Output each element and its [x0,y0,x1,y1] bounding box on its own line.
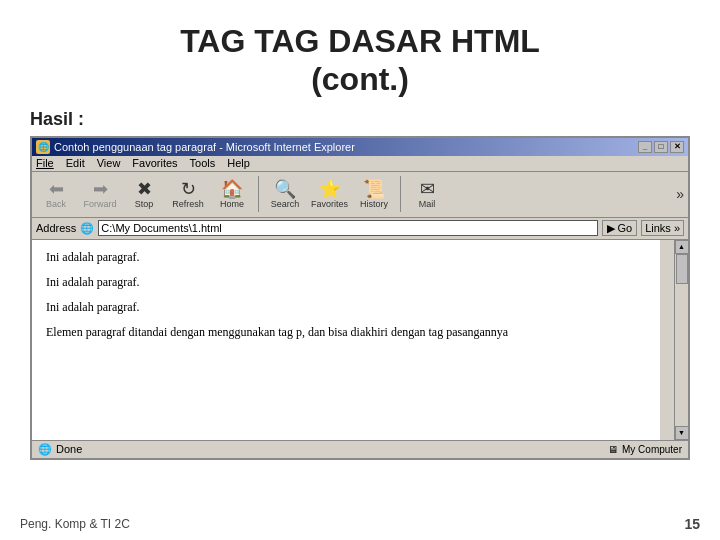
home-label: Home [220,199,244,209]
menu-view[interactable]: View [97,157,121,169]
search-icon: 🔍 [274,180,296,198]
status-computer-text: My Computer [622,444,682,455]
refresh-button[interactable]: ↻ Refresh [168,173,208,215]
footer-right: 15 [684,516,700,532]
slide-title-area: TAG TAG DASAR HTML (cont.) [0,0,720,109]
scroll-down-button[interactable]: ▼ [675,426,689,440]
title-line2: (cont.) [311,61,409,97]
back-label: Back [46,199,66,209]
menu-help[interactable]: Help [227,157,250,169]
scroll-up-button[interactable]: ▲ [675,240,689,254]
titlebar-left: 🌐 Contoh penggunaan tag paragraf - Micro… [36,140,355,154]
toolbar-separator-2 [400,176,401,212]
paragraph-4: Elemen paragraf ditandai dengan mengguna… [46,325,646,340]
status-right: 🖥 My Computer [608,444,682,455]
menu-favorites[interactable]: Favorites [132,157,177,169]
links-button[interactable]: Links » [641,220,684,236]
title-line1: TAG TAG DASAR HTML [180,23,540,59]
browser-statusbar: 🌐 Done 🖥 My Computer [32,440,688,458]
status-left: 🌐 Done [38,443,82,456]
forward-icon: ➡ [93,180,108,198]
hasil-label: Hasil : [30,109,720,130]
slide-footer: Peng. Komp & TI 2C 15 [20,516,700,532]
content-area: Ini adalah paragraf. Ini adalah paragraf… [32,240,688,440]
slide-title: TAG TAG DASAR HTML (cont.) [0,22,720,99]
close-button[interactable]: ✕ [670,141,684,153]
browser-title: Contoh penggunaan tag paragraf - Microso… [54,141,355,153]
browser-icon: 🌐 [36,140,50,154]
go-button[interactable]: ▶ Go [602,220,637,236]
favorites-icon: ⭐ [319,180,341,198]
favorites-label: Favorites [311,199,348,209]
address-input[interactable] [98,220,598,236]
scrollbar: ▲ ▼ [674,240,688,440]
browser-toolbar: ⬅ Back ➡ Forward ✖ Stop ↻ Refresh 🏠 Home… [32,172,688,218]
address-label: Address [36,222,76,234]
back-button[interactable]: ⬅ Back [36,173,76,215]
go-label: Go [617,222,632,234]
toolbar-separator [258,176,259,212]
history-icon: 📜 [363,180,385,198]
favorites-button[interactable]: ⭐ Favorites [309,173,350,215]
stop-label: Stop [135,199,154,209]
paragraph-1: Ini adalah paragraf. [46,250,646,265]
forward-button[interactable]: ➡ Forward [80,173,120,215]
maximize-button[interactable]: □ [654,141,668,153]
slide-page: TAG TAG DASAR HTML (cont.) Hasil : 🌐 Con… [0,0,720,540]
mail-label: Mail [419,199,436,209]
minimize-button[interactable]: _ [638,141,652,153]
scroll-track [676,254,688,426]
refresh-icon: ↻ [181,180,196,198]
titlebar-buttons: _ □ ✕ [638,141,684,153]
search-button[interactable]: 🔍 Search [265,173,305,215]
paragraph-2: Ini adalah paragraf. [46,275,646,290]
paragraph-3: Ini adalah paragraf. [46,300,646,315]
browser-menubar: File Edit View Favorites Tools Help [32,156,688,172]
mail-button[interactable]: ✉ Mail [407,173,447,215]
scroll-thumb[interactable] [676,254,688,284]
home-button[interactable]: 🏠 Home [212,173,252,215]
status-computer-icon: 🖥 [608,444,618,455]
history-button[interactable]: 📜 History [354,173,394,215]
mail-icon: ✉ [420,180,435,198]
go-arrow-icon: ▶ [607,222,615,235]
menu-tools[interactable]: Tools [190,157,216,169]
search-label: Search [271,199,300,209]
browser-titlebar: 🌐 Contoh penggunaan tag paragraf - Micro… [32,138,688,156]
menu-edit[interactable]: Edit [66,157,85,169]
status-globe-icon: 🌐 [38,443,52,456]
stop-icon: ✖ [137,180,152,198]
address-icon: 🌐 [80,222,94,235]
home-icon: 🏠 [221,180,243,198]
address-bar: Address 🌐 ▶ Go Links » [32,218,688,240]
refresh-label: Refresh [172,199,204,209]
browser-window: 🌐 Contoh penggunaan tag paragraf - Micro… [30,136,690,460]
forward-label: Forward [83,199,116,209]
status-text: Done [56,443,82,455]
stop-button[interactable]: ✖ Stop [124,173,164,215]
footer-left: Peng. Komp & TI 2C [20,517,130,531]
browser-content: Ini adalah paragraf. Ini adalah paragraf… [32,240,674,440]
menu-file[interactable]: File [36,157,54,169]
back-icon: ⬅ [49,180,64,198]
history-label: History [360,199,388,209]
toolbar-extra: » [676,186,684,202]
